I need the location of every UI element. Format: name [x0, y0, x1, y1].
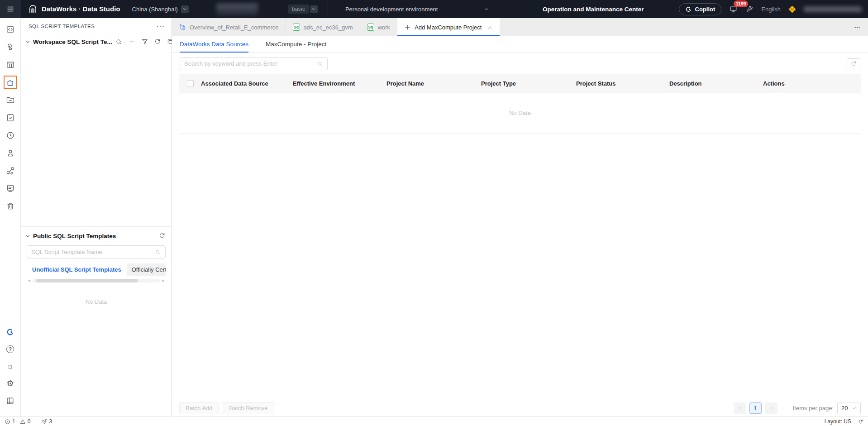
- column-header: Project Status: [576, 80, 669, 87]
- public-template-tabs: Unofficial SQL Script Templates Official…: [27, 263, 166, 276]
- keyword-search-input[interactable]: [184, 60, 314, 67]
- workspace-templates-tree-empty: [21, 49, 172, 226]
- table-refresh-button[interactable]: [847, 58, 860, 69]
- items-per-page-select[interactable]: 20: [837, 402, 861, 414]
- items-per-page-value: 20: [841, 405, 848, 412]
- redacted-workspace[interactable]: [216, 3, 258, 15]
- search-button[interactable]: [115, 38, 123, 46]
- tab-work[interactable]: Sq work: [360, 18, 397, 36]
- problems-warnings[interactable]: 0: [20, 418, 31, 425]
- sidebar-item-tables[interactable]: [4, 58, 17, 72]
- datasource-subtabs: DataWorks Data Sources MaxCompute - Proj…: [172, 36, 868, 53]
- operation-maintenance-center-link[interactable]: Operation and Maintenance Center: [543, 6, 644, 13]
- sidebar-item-folders[interactable]: [4, 93, 17, 107]
- sidebar-item-code[interactable]: [4, 23, 17, 36]
- scroll-right-icon[interactable]: ►: [161, 278, 166, 283]
- chevron-right-icon: [769, 406, 774, 411]
- select-all-checkbox[interactable]: [187, 80, 194, 87]
- sidebar-item-notes[interactable]: [4, 182, 17, 195]
- notifications-button[interactable]: 1199: [729, 5, 738, 14]
- language-selector[interactable]: English: [761, 6, 781, 13]
- scrollbar-thumb[interactable]: [36, 279, 138, 282]
- main-body-spacer: [172, 134, 868, 399]
- sent-count: 3: [49, 418, 52, 425]
- tab-ads-ec-ec36-gvm[interactable]: Sq ads_ec_ec36_gvm: [286, 18, 360, 36]
- statusbar-bell-button[interactable]: [858, 419, 863, 425]
- redacted-account-name[interactable]: [804, 6, 862, 12]
- statusbar: 1 0 3 Layout: US: [0, 416, 868, 426]
- mode-selector[interactable]: basic: [288, 5, 318, 14]
- template-search-input[interactable]: [31, 249, 152, 255]
- subtab-maxcompute-project[interactable]: MaxCompute - Project: [266, 36, 326, 53]
- topbar: DataWorks · Data Studio China (Shanghai)…: [0, 0, 868, 18]
- refresh-button[interactable]: [154, 38, 161, 45]
- collapse-chevron-icon[interactable]: [25, 234, 30, 239]
- scroll-left-icon[interactable]: ◄: [27, 278, 31, 283]
- items-per-page-label: Items per page:: [793, 405, 834, 412]
- batch-remove-button[interactable]: Batch Remove: [223, 402, 274, 414]
- search-icon: [317, 61, 323, 67]
- tab-label: Overview_of_Retail_E_commerce: [190, 24, 279, 31]
- environment-selector[interactable]: Personal development environment: [339, 6, 489, 13]
- column-header: Project Type: [481, 80, 576, 87]
- sidebar-item-settings[interactable]: ⚙: [4, 377, 17, 390]
- app-shell: ? ☼ ⚙ SQL SCRIPT TEMPLATES ··· Workspace…: [0, 18, 868, 416]
- table-no-data-text: No Data: [179, 93, 861, 134]
- sidebar-item-members[interactable]: [4, 146, 17, 160]
- tab-label: work: [378, 24, 390, 31]
- sidebar-item-workflow[interactable]: [4, 164, 17, 177]
- keyword-search-box: [180, 57, 328, 70]
- plus-icon: [128, 38, 136, 46]
- main-area: Overview_of_Retail_E_commerce Sq ads_ec_…: [172, 18, 868, 416]
- scrollbar-track[interactable]: [33, 279, 160, 282]
- copilot-icon: [6, 328, 14, 336]
- bell-icon: [858, 419, 863, 425]
- tab-label: ads_ec_ec36_gvm: [304, 24, 353, 31]
- sql-file-icon: Sq: [367, 24, 374, 31]
- tab-overview-of-retail-e-commerce[interactable]: Overview_of_Retail_E_commerce: [172, 18, 286, 36]
- gear-icon: ⚙: [6, 379, 14, 388]
- filter-button[interactable]: [141, 38, 148, 45]
- layout-indicator[interactable]: Layout: US: [825, 418, 851, 425]
- search-icon: [155, 249, 161, 255]
- sidebar-item-theme[interactable]: ☼: [4, 359, 17, 373]
- sidebar-item-history[interactable]: [4, 129, 17, 142]
- tab-add-maxcompute-project[interactable]: Add MaxCompute Project: [397, 18, 500, 36]
- add-template-button[interactable]: [128, 38, 136, 46]
- batch-add-button[interactable]: Batch Add: [179, 402, 219, 414]
- workspace-section-actions: [115, 38, 174, 46]
- chevron-down-icon: [181, 5, 189, 13]
- workflow-icon: [6, 166, 15, 175]
- column-header: Associated Data Source: [201, 80, 293, 87]
- tab-official-templates[interactable]: Officially Certi: [127, 263, 166, 276]
- sidebar-item-copilot[interactable]: [4, 325, 17, 339]
- chevron-down-icon: [310, 5, 318, 13]
- current-page-button[interactable]: 1: [749, 402, 762, 414]
- sql-file-icon: Sq: [293, 24, 300, 31]
- region-selector[interactable]: China (Shanghai): [132, 5, 189, 13]
- prev-page-button[interactable]: [734, 402, 746, 414]
- subtab-dataworks-data-sources[interactable]: DataWorks Data Sources: [180, 36, 248, 53]
- member-level-icon[interactable]: [788, 5, 796, 13]
- collapse-chevron-icon[interactable]: [25, 39, 30, 44]
- column-header: Project Name: [386, 80, 481, 87]
- tabbar-more-button[interactable]: ⋯: [847, 18, 868, 36]
- close-tab-icon[interactable]: [487, 24, 493, 30]
- notification-count-badge: 1199: [734, 0, 748, 8]
- tab-unofficial-templates[interactable]: Unofficial SQL Script Templates: [27, 263, 127, 276]
- warning-count: 0: [28, 418, 31, 425]
- sidebar-item-layout[interactable]: [4, 394, 17, 407]
- sidebar-item-help[interactable]: ?: [4, 342, 17, 356]
- sidebar-item-manual-trigger[interactable]: [4, 40, 17, 54]
- panel-more-button[interactable]: ···: [157, 23, 165, 30]
- refresh-button[interactable]: [158, 232, 166, 239]
- dataworks-logo-icon: [28, 5, 38, 14]
- sent-tasks[interactable]: 3: [41, 418, 52, 425]
- copilot-button[interactable]: Copilot: [679, 3, 722, 15]
- problems-errors[interactable]: 1: [5, 418, 15, 425]
- sidebar-item-recycle-bin[interactable]: [4, 199, 17, 213]
- sidebar-item-sql-templates[interactable]: [4, 76, 17, 89]
- sidebar-item-tasks[interactable]: [4, 111, 17, 124]
- hamburger-menu-button[interactable]: [0, 0, 21, 18]
- next-page-button[interactable]: [765, 402, 777, 414]
